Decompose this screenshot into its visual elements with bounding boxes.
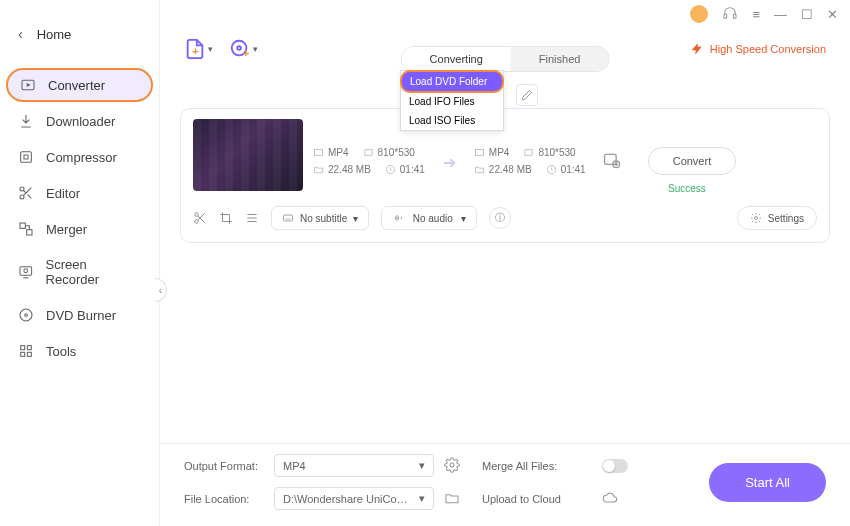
disc-icon bbox=[18, 307, 34, 323]
svg-point-3 bbox=[20, 187, 24, 191]
lightning-icon bbox=[690, 42, 704, 56]
convert-button[interactable]: Convert bbox=[648, 147, 737, 175]
folder-icon bbox=[313, 164, 324, 175]
home-label: Home bbox=[37, 27, 72, 42]
sidebar-item-downloader[interactable]: Downloader bbox=[0, 104, 159, 138]
sidebar-item-converter[interactable]: Converter bbox=[6, 68, 153, 102]
sidebar-item-label: DVD Burner bbox=[46, 308, 116, 323]
menu-load-iso-files[interactable]: Load ISO Files bbox=[401, 111, 503, 130]
minimize-icon[interactable]: — bbox=[774, 7, 787, 22]
film-icon bbox=[474, 147, 485, 158]
svg-point-33 bbox=[450, 463, 454, 467]
crop-icon[interactable] bbox=[219, 211, 233, 225]
sidebar-item-tools[interactable]: Tools bbox=[0, 334, 159, 368]
chevron-down-icon: ▾ bbox=[419, 459, 425, 472]
menu-icon[interactable]: ≡ bbox=[752, 7, 760, 22]
chevron-down-icon: ▾ bbox=[253, 44, 258, 54]
sidebar-item-label: Downloader bbox=[46, 114, 115, 129]
high-speed-conversion-button[interactable]: High Speed Conversion bbox=[690, 42, 826, 56]
svg-rect-15 bbox=[724, 14, 727, 18]
tab-finished[interactable]: Finished bbox=[511, 47, 609, 71]
svg-point-8 bbox=[24, 269, 28, 273]
svg-rect-12 bbox=[27, 346, 31, 350]
chevron-down-icon: ▾ bbox=[208, 44, 213, 54]
film-icon bbox=[313, 147, 324, 158]
chevron-down-icon: ▾ bbox=[353, 213, 358, 224]
merge-files-toggle[interactable] bbox=[602, 459, 628, 473]
gear-icon bbox=[750, 212, 762, 224]
svg-rect-27 bbox=[604, 154, 616, 164]
svg-rect-25 bbox=[525, 150, 532, 156]
svg-rect-6 bbox=[27, 230, 32, 235]
sidebar-item-label: Merger bbox=[46, 222, 87, 237]
file-location-label: File Location: bbox=[184, 493, 264, 505]
home-nav[interactable]: ‹ Home bbox=[0, 18, 159, 50]
subtitle-icon bbox=[282, 212, 294, 224]
svg-rect-5 bbox=[20, 223, 25, 228]
merger-icon bbox=[18, 221, 34, 237]
high-speed-label: High Speed Conversion bbox=[710, 43, 826, 55]
merge-files-label: Merge All Files: bbox=[482, 460, 592, 472]
svg-point-4 bbox=[20, 195, 24, 199]
info-button[interactable]: ⓘ bbox=[489, 207, 511, 229]
audio-select[interactable]: No audio ▾ bbox=[381, 206, 477, 230]
target-meta: MP4 810*530 22.48 MB 01:41 bbox=[474, 147, 586, 175]
download-icon bbox=[18, 113, 34, 129]
resolution-icon bbox=[363, 147, 374, 158]
headset-icon[interactable] bbox=[722, 5, 738, 24]
sidebar-item-label: Tools bbox=[46, 344, 76, 359]
sidebar-item-label: Editor bbox=[46, 186, 80, 201]
avatar[interactable] bbox=[690, 5, 708, 23]
upload-cloud-label: Upload to Cloud bbox=[482, 493, 592, 505]
sidebar-item-screen-recorder[interactable]: Screen Recorder bbox=[0, 248, 159, 296]
sidebar-item-compressor[interactable]: Compressor bbox=[0, 140, 159, 174]
file-location-select[interactable]: D:\Wondershare UniConverter 1▾ bbox=[274, 487, 434, 510]
add-disc-button[interactable]: + ▾ bbox=[229, 38, 258, 60]
screen-recorder-icon bbox=[18, 264, 34, 280]
edit-title-button[interactable] bbox=[516, 84, 538, 106]
output-format-label: Output Format: bbox=[184, 460, 264, 472]
sidebar-item-dvd-burner[interactable]: DVD Burner bbox=[0, 298, 159, 332]
add-file-button[interactable]: + ▾ bbox=[184, 38, 213, 60]
menu-load-dvd-folder[interactable]: Load DVD Folder bbox=[400, 70, 504, 93]
maximize-icon[interactable]: ☐ bbox=[801, 7, 813, 22]
disc-add-icon: + bbox=[229, 38, 251, 60]
tab-segment: Converting Finished bbox=[401, 46, 610, 72]
chevron-down-icon: ▾ bbox=[419, 492, 425, 505]
effects-icon[interactable] bbox=[245, 211, 259, 225]
conversion-item-card: MP4 810*530 22.48 MB 01:41 ➔ MP4 810*530… bbox=[180, 108, 830, 243]
output-settings-button[interactable] bbox=[602, 151, 622, 171]
close-icon[interactable]: ✕ bbox=[827, 7, 838, 22]
start-all-button[interactable]: Start All bbox=[709, 463, 826, 502]
clock-icon bbox=[546, 164, 557, 175]
cut-icon[interactable] bbox=[193, 211, 207, 225]
video-thumbnail[interactable] bbox=[193, 119, 303, 191]
sidebar-item-editor[interactable]: Editor bbox=[0, 176, 159, 210]
chevron-down-icon: ▾ bbox=[461, 213, 466, 224]
scissors-icon bbox=[18, 185, 34, 201]
svg-rect-24 bbox=[475, 149, 483, 155]
svg-text:+: + bbox=[243, 47, 249, 59]
tab-converting[interactable]: Converting bbox=[402, 47, 511, 71]
folder-icon bbox=[474, 164, 485, 175]
sidebar-item-label: Screen Recorder bbox=[46, 257, 141, 287]
svg-point-10 bbox=[25, 314, 28, 317]
svg-rect-2 bbox=[21, 152, 32, 163]
svg-rect-14 bbox=[27, 352, 31, 356]
svg-rect-16 bbox=[734, 14, 737, 18]
audio-icon bbox=[392, 212, 404, 224]
open-folder-icon[interactable] bbox=[444, 490, 472, 508]
converter-icon bbox=[20, 77, 36, 93]
svg-rect-21 bbox=[314, 149, 322, 155]
status-success: Success bbox=[668, 183, 706, 194]
menu-load-ifo-files[interactable]: Load IFO Files bbox=[401, 92, 503, 111]
svg-point-9 bbox=[20, 309, 32, 321]
output-format-select[interactable]: MP4▾ bbox=[274, 454, 434, 477]
subtitle-select[interactable]: No subtitle ▾ bbox=[271, 206, 369, 230]
svg-rect-31 bbox=[284, 215, 293, 221]
cloud-icon[interactable] bbox=[602, 490, 642, 508]
output-settings-icon[interactable] bbox=[444, 457, 472, 475]
item-settings-button[interactable]: Settings bbox=[737, 206, 817, 230]
sidebar-item-merger[interactable]: Merger bbox=[0, 212, 159, 246]
disc-dropdown: Load DVD Folder Load IFO Files Load ISO … bbox=[400, 70, 504, 131]
